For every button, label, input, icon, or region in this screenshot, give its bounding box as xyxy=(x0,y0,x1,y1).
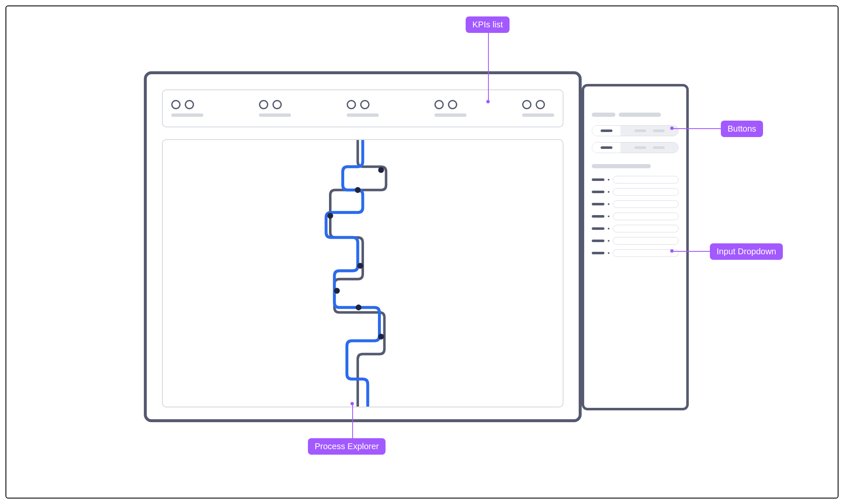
annotation-process: Process Explorer xyxy=(308,438,386,455)
wireframe-stage xyxy=(144,71,689,422)
input-dropdown-row-6[interactable] xyxy=(592,237,679,245)
side-panel xyxy=(582,84,689,410)
kpi-cell-1[interactable] xyxy=(171,100,203,117)
svg-point-4 xyxy=(334,288,340,294)
annotation-kpis: KPIs list xyxy=(466,16,510,33)
kpi-cell-5[interactable] xyxy=(522,100,554,117)
annotation-dropdown-dot xyxy=(670,249,674,253)
side-panel-title xyxy=(592,113,679,117)
input-dropdown-row-2[interactable] xyxy=(592,188,679,196)
main-panel xyxy=(144,71,582,422)
input-dropdown-row-5[interactable] xyxy=(592,225,679,232)
svg-point-2 xyxy=(327,213,333,219)
annotation-dropdown-leader xyxy=(673,251,710,252)
annotation-buttons: Buttons xyxy=(721,121,763,137)
kpi-cell-2[interactable] xyxy=(259,100,291,117)
svg-point-5 xyxy=(356,305,361,310)
input-dropdown-row-3[interactable] xyxy=(592,200,679,208)
kpi-cell-4[interactable] xyxy=(434,100,466,117)
annotation-buttons-leader xyxy=(673,128,721,129)
annotation-kpis-dot xyxy=(486,100,490,103)
annotation-buttons-dot xyxy=(670,127,674,130)
svg-point-1 xyxy=(355,187,361,193)
annotation-process-dot xyxy=(351,402,354,405)
kpis-list xyxy=(162,89,564,127)
annotation-process-leader xyxy=(352,404,353,438)
svg-point-3 xyxy=(357,263,363,269)
svg-point-0 xyxy=(378,167,384,173)
button-group-2[interactable] xyxy=(592,142,679,153)
annotation-dropdown: Input Dropdown xyxy=(710,243,783,260)
outer-frame: KPIs list Buttons Input Dropdown Process… xyxy=(5,5,839,499)
process-explorer[interactable] xyxy=(162,139,564,407)
kpi-cell-3[interactable] xyxy=(347,100,379,117)
button-group-1[interactable] xyxy=(592,125,679,136)
input-dropdown-row-7[interactable] xyxy=(592,249,679,257)
svg-point-6 xyxy=(378,334,384,340)
input-dropdown-row-1[interactable] xyxy=(592,176,679,183)
input-dropdown-row-4[interactable] xyxy=(592,213,679,220)
process-graph-icon xyxy=(163,140,563,407)
annotation-kpis-leader xyxy=(488,32,489,101)
side-panel-section-title xyxy=(592,164,651,168)
